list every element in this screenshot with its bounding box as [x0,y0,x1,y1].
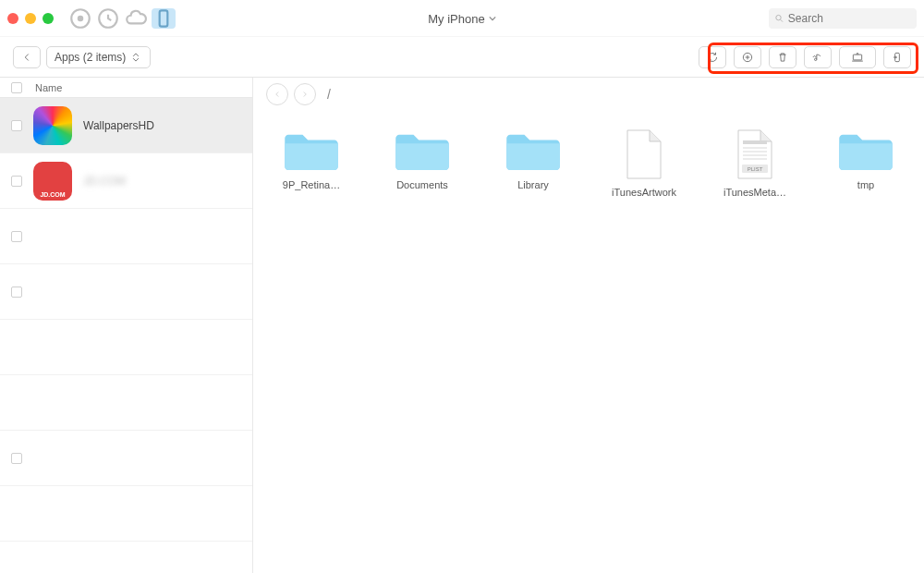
grid-item[interactable]: Library [488,129,578,198]
nav-forward-button[interactable] [294,83,316,105]
to-itunes-button[interactable] [804,46,832,68]
app-name-label: WallpapersHD [83,119,154,132]
folder-icon [283,129,340,172]
row-checkbox[interactable] [11,231,22,242]
empty-row [0,209,252,264]
grid-item[interactable]: iTunesArtwork [599,129,689,198]
back-button[interactable] [13,46,41,68]
grid-item[interactable]: Documents [377,129,468,198]
sidebar: Name WallpapersHD JD.COM JD.COM [0,78,253,573]
content-pane: / 9P_Retina… Documents [253,78,924,573]
grid-item-label: Library [488,179,578,190]
grid-item-label: 9P_Retina… [266,179,357,190]
path-label: / [327,87,331,102]
column-name-label: Name [35,82,62,93]
device-label: My iPhone [428,12,484,26]
svg-text:PLIST: PLIST [748,166,763,172]
window-minimize-button[interactable] [25,13,36,24]
folder-icon [394,129,451,172]
search-icon [774,13,784,24]
device-tab-icon[interactable] [152,8,176,29]
grid-item[interactable]: PLIST iTunesMeta… [710,129,800,198]
svg-rect-14 [743,140,767,144]
svg-rect-11 [853,55,861,60]
grid-item-label: tmp [821,179,911,190]
folder-icon [837,129,894,172]
app-icon: JD.COM [33,162,72,201]
window-controls [7,13,54,24]
svg-point-5 [776,15,781,19]
path-navbar: / [253,78,924,111]
window-close-button[interactable] [7,13,18,24]
file-icon [624,129,664,179]
app-name-label: JD.COM [83,175,126,188]
titlebar: My iPhone [0,0,924,37]
empty-row [0,320,252,375]
to-mac-button[interactable] [839,46,876,68]
search-input[interactable] [788,12,911,25]
music-tab-icon[interactable] [68,8,92,29]
svg-point-1 [79,16,82,19]
search-field[interactable] [769,8,917,29]
updown-icon [129,51,142,64]
grid-item[interactable]: tmp [821,129,911,198]
row-checkbox[interactable] [11,176,22,187]
grid-item[interactable]: 9P_Retina… [266,129,357,198]
history-tab-icon[interactable] [96,8,120,29]
empty-row [0,431,252,486]
row-checkbox[interactable] [11,453,22,464]
list-item[interactable]: JD.COM JD.COM [0,153,252,209]
chevron-down-icon [489,15,496,22]
svg-line-6 [781,19,783,21]
grid-item-label: Documents [377,179,468,190]
app-icon [33,106,72,145]
device-dropdown[interactable]: My iPhone [428,12,495,26]
nav-back-button[interactable] [266,83,288,105]
to-device-button[interactable] [883,46,911,68]
window-zoom-button[interactable] [43,13,54,24]
breadcrumb-label: Apps (2 items) [55,51,126,64]
breadcrumb-dropdown[interactable]: Apps (2 items) [46,46,151,68]
folder-icon [505,129,562,172]
plist-file-icon: PLIST [735,129,775,179]
empty-row [0,375,252,431]
select-all-checkbox[interactable] [11,82,22,93]
list-item[interactable]: WallpapersHD [0,98,252,153]
delete-button[interactable] [769,46,796,68]
grid-item-label: iTunesArtwork [599,187,689,198]
empty-row [0,486,252,542]
cloud-tab-icon[interactable] [124,8,148,29]
row-checkbox[interactable] [11,120,22,131]
toolbar: Apps (2 items) [0,37,924,78]
row-checkbox[interactable] [11,286,22,298]
file-grid: 9P_Retina… Documents Library [253,111,924,216]
add-button[interactable] [734,46,761,68]
column-header: Name [0,78,252,98]
grid-item-label: iTunesMeta… [710,187,800,198]
empty-row [0,264,252,320]
refresh-button[interactable] [699,46,726,68]
svg-rect-3 [160,10,168,26]
